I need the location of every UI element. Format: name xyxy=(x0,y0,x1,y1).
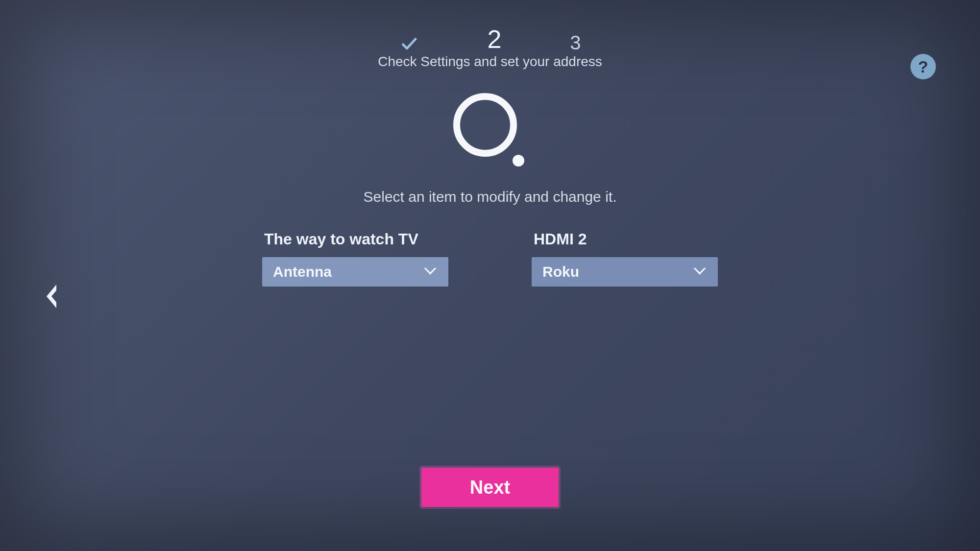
setting-watch-tv-label: The way to watch TV xyxy=(262,230,448,248)
setting-hdmi2-label: HDMI 2 xyxy=(532,230,718,248)
step-2: 2 xyxy=(487,24,501,54)
settings-row: The way to watch TV Antenna HDMI 2 Roku xyxy=(262,230,718,287)
setting-hdmi2: HDMI 2 Roku xyxy=(532,230,718,287)
step-1-complete-icon xyxy=(399,34,418,54)
step-3: 3 xyxy=(570,32,581,54)
stepper-subtitle: Check Settings and set your address xyxy=(378,54,602,70)
chevron-left-icon xyxy=(42,283,61,310)
chevron-down-icon xyxy=(423,267,438,277)
back-button[interactable] xyxy=(39,284,64,309)
watch-tv-dropdown[interactable]: Antenna xyxy=(262,257,448,287)
setup-stepper: 2 3 xyxy=(399,24,581,54)
help-icon: ? xyxy=(918,57,929,76)
instruction-text: Select an item to modify and change it. xyxy=(364,189,617,205)
next-button-label: Next xyxy=(470,477,510,498)
search-settings-icon xyxy=(453,93,527,171)
hdmi2-value: Roku xyxy=(542,264,579,280)
next-button[interactable]: Next xyxy=(421,468,559,507)
hdmi2-dropdown[interactable]: Roku xyxy=(532,257,718,287)
help-button[interactable]: ? xyxy=(910,54,936,79)
watch-tv-value: Antenna xyxy=(273,264,332,280)
chevron-down-icon xyxy=(692,267,707,277)
setting-watch-tv: The way to watch TV Antenna xyxy=(262,230,448,287)
